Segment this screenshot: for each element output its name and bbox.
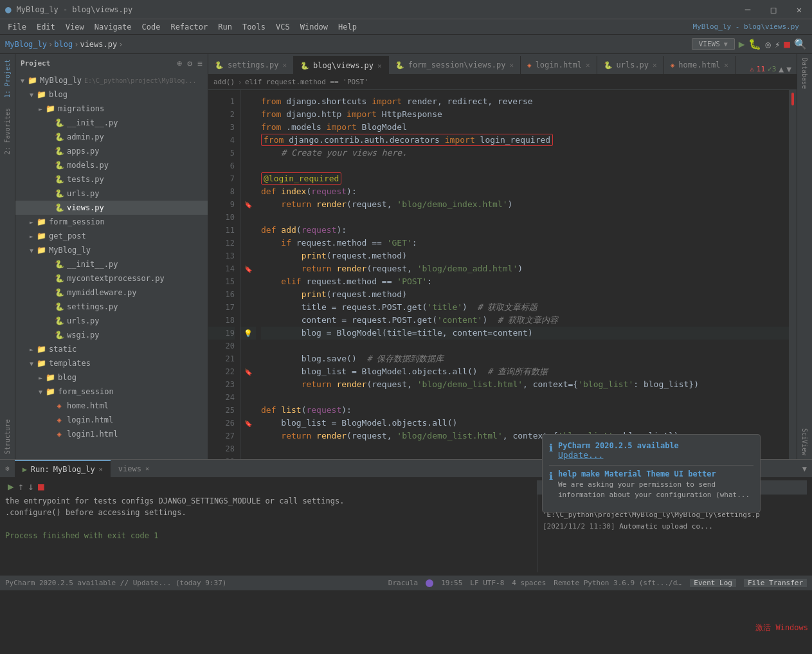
tree-item-mycontext[interactable]: ► 🐍 mycontextprocessor.py — [15, 271, 208, 286]
menu-vcs[interactable]: VCS — [271, 21, 295, 33]
search-button[interactable]: 🔍 — [794, 38, 807, 50]
code-content[interactable]: from django.shortcuts import render, red… — [256, 90, 789, 459]
run-config-button[interactable]: VIEWS ▼ — [692, 38, 735, 50]
interpreter-status[interactable]: Remote Python 3.6.9 (sft.../django.d/bin… — [554, 579, 682, 587]
breadcrumb-elif[interactable]: elif request.method == 'POST' — [245, 78, 368, 86]
tree-item-apps[interactable]: ► 🐍 apps.py — [15, 144, 208, 158]
tree-item-blog[interactable]: ▼ 📁 blog — [15, 87, 208, 102]
event-log-btn[interactable]: Event Log — [690, 579, 736, 587]
project-tab[interactable]: 1: Project — [3, 54, 12, 103]
profile-button[interactable]: ⚡ — [775, 39, 780, 50]
tab-home-html-close[interactable]: ✕ — [724, 61, 728, 69]
menu-edit[interactable]: Edit — [32, 21, 60, 33]
maximize-button[interactable]: □ — [761, 0, 786, 19]
close-button[interactable]: ✕ — [786, 0, 812, 19]
tree-item-templates[interactable]: ▼ 📁 templates — [15, 356, 208, 370]
folder-icon-get-post: 📁 — [36, 231, 46, 241]
tree-item-views[interactable]: ► 🐍 views.py — [15, 201, 208, 215]
tab-urls-label: urls.py — [617, 60, 649, 69]
run-button[interactable]: ▶ — [739, 38, 745, 50]
code-editor[interactable]: 1 2 3 4 5 6 7 8 9 10 11 12 13 14 15 16 1… — [208, 90, 797, 459]
tree-item-home-html[interactable]: ► ◈ home.html — [15, 399, 208, 413]
run-play-btn[interactable]: ▶ — [8, 480, 14, 493]
debug-button[interactable]: 🐛 — [748, 38, 761, 50]
indent-status[interactable]: 4 spaces — [512, 579, 546, 587]
tab-blog-views-close[interactable]: ✕ — [377, 62, 382, 70]
tab-urls-close[interactable]: ✕ — [653, 61, 657, 69]
minimize-panel-icon[interactable]: ▼ — [802, 464, 807, 473]
path-myblog[interactable]: MyBlog_ly — [5, 40, 47, 49]
database-tab[interactable]: Database — [800, 54, 809, 93]
path-blog[interactable]: blog — [54, 40, 73, 49]
tab-blog-views[interactable]: 🐍 blog\views.py ✕ — [294, 56, 389, 74]
run-close-icon[interactable]: ✕ — [99, 466, 103, 473]
tree-item-init[interactable]: ► 🐍 __init__.py — [15, 116, 208, 130]
tree-item-static[interactable]: ► 📁 static — [15, 342, 208, 356]
tab-settings-label: settings.py — [228, 60, 278, 69]
coverage-button[interactable]: ◎ — [765, 39, 770, 50]
tab-form-session-close[interactable]: ✕ — [509, 61, 514, 69]
views-close-icon[interactable]: ✕ — [145, 465, 149, 472]
menu-view[interactable]: View — [60, 21, 89, 33]
menu-code[interactable]: Code — [137, 21, 166, 33]
menu-window[interactable]: Window — [295, 21, 333, 33]
tab-login-html-close[interactable]: ✕ — [586, 61, 590, 69]
time-status[interactable]: 19:55 — [441, 579, 462, 587]
favorites-tab[interactable]: 2: Favorites — [3, 103, 12, 159]
views-tab[interactable]: views ✕ — [111, 460, 157, 478]
minimize-button[interactable]: ─ — [735, 0, 761, 19]
menu-file[interactable]: File — [3, 21, 32, 33]
tree-item-login-html[interactable]: ► ◈ login.html — [15, 413, 208, 427]
sidebar-add-icon[interactable]: ⊕ — [177, 59, 183, 68]
dracula-color — [426, 579, 433, 587]
expand-all-icon[interactable]: ▼ — [786, 64, 791, 74]
tree-item-wsgi[interactable]: ► 🐍 wsgi.py — [15, 328, 208, 342]
tree-item-myblog-root[interactable]: ▼ 📁 MyBlog_ly E:\C_python\project\MyBlog… — [15, 73, 208, 87]
tree-item-admin[interactable]: ► 🐍 admin.py — [15, 130, 208, 144]
scrollbar-indicator[interactable] — [789, 90, 797, 459]
sidebar-gear-icon[interactable]: ≡ — [197, 59, 203, 68]
tree-item-form-session[interactable]: ► 📁 form_session — [15, 215, 208, 229]
path-views[interactable]: views.py — [80, 40, 117, 49]
tree-item-models[interactable]: ► 🐍 models.py — [15, 158, 208, 172]
tree-item-blog-folder[interactable]: ► 📁 blog — [15, 370, 208, 385]
structure-tab[interactable]: Structure — [3, 414, 12, 459]
encoding-status[interactable]: LF UTF-8 — [470, 579, 504, 587]
sidebar-settings-icon[interactable]: ⚙ — [187, 59, 192, 68]
run-play-icon: ▶ — [23, 465, 27, 474]
stop-button[interactable]: ■ — [784, 38, 790, 50]
tree-item-settings2[interactable]: ► 🐍 settings.py — [15, 300, 208, 314]
tree-item-get-post[interactable]: ► 📁 get_post — [15, 229, 208, 243]
menu-navigate[interactable]: Navigate — [89, 21, 137, 33]
tree-item-form-session-folder[interactable]: ▼ 📁 form_session — [15, 385, 208, 399]
tab-settings-close[interactable]: ✕ — [282, 61, 287, 69]
menu-tools[interactable]: Tools — [237, 21, 271, 33]
menu-refactor[interactable]: Refactor — [165, 21, 213, 33]
collapse-all-icon[interactable]: ▲ — [779, 64, 784, 74]
tab-home-html[interactable]: ◈ home.html ✕ — [664, 56, 735, 74]
tree-item-urls[interactable]: ► 🐍 urls.py — [15, 186, 208, 201]
tree-item-migrations[interactable]: ► 📁 migrations — [15, 102, 208, 116]
file-transfer-btn[interactable]: File Transfer — [744, 579, 807, 587]
tab-login-html[interactable]: ◈ login.html ✕ — [521, 56, 597, 74]
update-link[interactable]: Update... — [558, 450, 603, 460]
tree-item-login1-html[interactable]: ► ◈ login1.html — [15, 427, 208, 441]
tree-item-tests[interactable]: ► 🐍 tests.py — [15, 172, 208, 186]
sciview-tab[interactable]: SciView — [800, 424, 809, 459]
tree-item-urls2[interactable]: ► 🐍 urls.py — [15, 314, 208, 328]
tab-form-session[interactable]: 🐍 form_session\views.py ✕ — [389, 56, 521, 74]
tree-item-myblogly-sub[interactable]: ▼ 📁 MyBlog_ly — [15, 243, 208, 257]
tree-item-mymiddleware[interactable]: ► 🐍 mymiddleware.py — [15, 286, 208, 300]
tab-urls[interactable]: 🐍 urls.py ✕ — [597, 56, 664, 74]
notif-title-1: PyCharm 2020.2.5 available — [558, 441, 679, 450]
tab-settings[interactable]: 🐍 settings.py ✕ — [208, 56, 294, 74]
tree-item-init2[interactable]: ► 🐍 __init__.py — [15, 257, 208, 271]
run-tab[interactable]: ▶ Run: MyBlog_ly ✕ — [15, 460, 111, 478]
py-file-icon-admin: 🐍 — [54, 132, 64, 142]
run-up-btn[interactable]: ↑ — [18, 480, 24, 493]
menu-help[interactable]: Help — [333, 21, 362, 33]
menu-run[interactable]: Run — [213, 21, 237, 33]
run-down-btn[interactable]: ↓ — [28, 480, 34, 493]
run-stop-btn[interactable]: ■ — [38, 480, 44, 493]
breadcrumb-add[interactable]: add() — [213, 78, 235, 86]
